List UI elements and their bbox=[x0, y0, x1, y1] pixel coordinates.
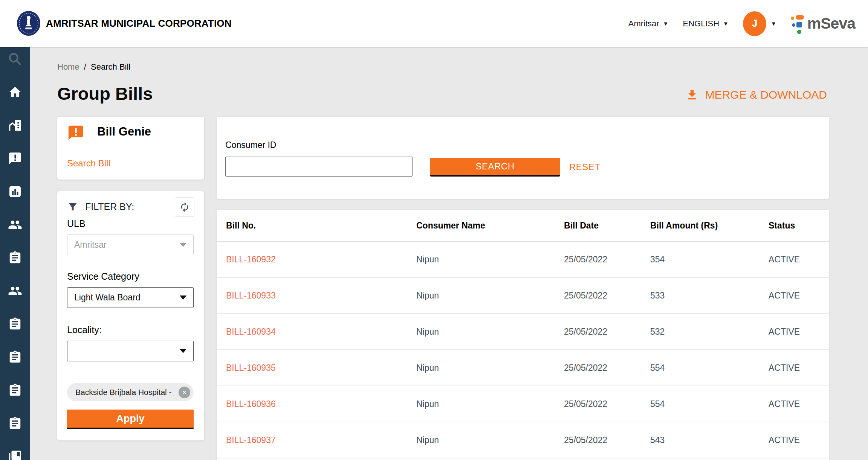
bill-date-cell: 25/05/2022 bbox=[564, 254, 650, 265]
consumer-name-cell: Nipun bbox=[416, 435, 564, 445]
table-header-row: Bill No. Consumer Name Bill Date Bill Am… bbox=[217, 210, 829, 242]
refresh-icon bbox=[179, 202, 190, 212]
table-row: BILL-160932 Nipun 25/05/2022 354 ACTIVE bbox=[217, 242, 829, 278]
col-header-consumer-name: Consumer Name bbox=[416, 221, 564, 231]
selected-locality-chip: Backside Brijbala Hospital - ✕ bbox=[67, 383, 194, 401]
people-icon bbox=[8, 284, 22, 298]
user-avatar[interactable]: J bbox=[743, 11, 766, 36]
search-button[interactable]: SEARCH bbox=[430, 158, 560, 177]
col-header-bill-date: Bill Date bbox=[564, 221, 650, 231]
sidebar-item-reports[interactable] bbox=[0, 184, 30, 199]
home-building-icon bbox=[8, 118, 22, 133]
breadcrumb-home-link[interactable]: Home bbox=[57, 62, 79, 72]
consumer-name-cell: Nipun bbox=[416, 399, 564, 409]
merge-download-label: MERGE & DOWNLOAD bbox=[705, 88, 827, 101]
consumer-name-cell: Nipun bbox=[416, 254, 564, 265]
consumer-name-cell: Nipun bbox=[416, 327, 564, 337]
top-header: AMRITSAR MUNICIPAL CORPORATION Amritsar … bbox=[0, 0, 868, 47]
bill-amount-cell: 354 bbox=[650, 254, 769, 265]
reset-link[interactable]: RESET bbox=[569, 162, 601, 172]
language-selector-label: ENGLISH bbox=[683, 19, 719, 29]
filter-panel: FILTER BY: ULB Amritsar Service Category… bbox=[57, 191, 204, 440]
clipboard-icon bbox=[8, 251, 22, 265]
merge-download-button[interactable]: MERGE & DOWNLOAD bbox=[686, 88, 827, 101]
home-icon bbox=[8, 85, 22, 99]
bill-amount-cell: 533 bbox=[650, 291, 769, 301]
clipboard-icon bbox=[8, 350, 22, 364]
bill-number-link[interactable]: BILL-160932 bbox=[226, 254, 276, 264]
filter-title: FILTER BY: bbox=[85, 201, 134, 212]
apply-button[interactable]: Apply bbox=[67, 410, 194, 429]
sidebar-item-bookmarks[interactable] bbox=[0, 449, 30, 460]
main-content: Home / Search Bill Group Bills MERGE & D… bbox=[30, 47, 868, 460]
mseva-dots-icon bbox=[791, 14, 804, 34]
sidebar-item-tasks[interactable] bbox=[0, 251, 30, 265]
chevron-down-icon: ▼ bbox=[663, 20, 669, 27]
bill-number-link[interactable]: BILL-160937 bbox=[226, 435, 276, 445]
consumer-id-label: Consumer ID bbox=[225, 140, 276, 150]
bar-chart-icon bbox=[8, 184, 22, 199]
status-cell: ACTIVE bbox=[769, 363, 829, 373]
chevron-down-icon bbox=[180, 295, 186, 300]
sidebar-item-bills[interactable] bbox=[0, 317, 30, 331]
sidebar-item-property[interactable] bbox=[0, 118, 30, 133]
bill-number-link[interactable]: BILL-160936 bbox=[226, 399, 276, 409]
status-cell: ACTIVE bbox=[769, 399, 829, 409]
sidebar-item-search[interactable] bbox=[0, 51, 30, 67]
ulb-select[interactable]: Amritsar bbox=[67, 235, 194, 255]
bill-genie-title: Bill Genie bbox=[97, 125, 151, 139]
bills-table: Bill No. Consumer Name Bill Date Bill Am… bbox=[217, 210, 829, 460]
refresh-filters-button[interactable] bbox=[175, 197, 194, 217]
page-title: Group Bills bbox=[57, 83, 153, 104]
chip-remove-button[interactable]: ✕ bbox=[179, 387, 190, 398]
consumer-id-input[interactable] bbox=[225, 157, 413, 177]
language-selector[interactable]: ENGLISH ▼ bbox=[683, 19, 728, 29]
breadcrumb: Home / Search Bill bbox=[57, 62, 130, 72]
bill-date-cell: 25/05/2022 bbox=[564, 435, 650, 445]
search-bill-link[interactable]: Search Bill bbox=[67, 158, 110, 169]
col-header-status: Status bbox=[769, 221, 829, 231]
sidebar-item-groups[interactable] bbox=[0, 284, 30, 298]
bill-amount-cell: 554 bbox=[650, 363, 769, 373]
chip-label: Backside Brijbala Hospital - bbox=[75, 388, 172, 397]
service-category-value: Light Wala Board bbox=[74, 292, 141, 303]
consumer-search-panel: Consumer ID SEARCH RESET bbox=[217, 117, 829, 199]
breadcrumb-separator: / bbox=[84, 62, 86, 72]
col-header-bill-no: Bill No. bbox=[226, 221, 416, 231]
table-row: BILL-160937 Nipun 25/05/2022 543 ACTIVE bbox=[217, 422, 829, 458]
city-selector[interactable]: Amritsar ▼ bbox=[628, 19, 669, 29]
sidebar-item-home[interactable] bbox=[0, 85, 30, 99]
ulb-select-value: Amritsar bbox=[74, 240, 107, 250]
bill-date-cell: 25/05/2022 bbox=[564, 399, 650, 409]
consumer-name-cell: Nipun bbox=[416, 291, 564, 301]
sidebar-item-records[interactable] bbox=[0, 416, 30, 431]
bill-number-link[interactable]: BILL-160933 bbox=[226, 291, 276, 300]
table-row: BILL-160934 Nipun 25/05/2022 532 ACTIVE bbox=[217, 314, 829, 350]
table-row: BILL-160936 Nipun 25/05/2022 554 ACTIVE bbox=[217, 386, 829, 422]
clipboard-icon bbox=[8, 317, 22, 331]
bill-number-link[interactable]: BILL-160934 bbox=[226, 327, 276, 337]
bill-amount-cell: 554 bbox=[650, 399, 769, 409]
chevron-down-icon bbox=[180, 349, 186, 353]
bill-date-cell: 25/05/2022 bbox=[564, 291, 650, 301]
col-header-bill-amount: Bill Amount (Rs) bbox=[650, 221, 769, 231]
sidebar-item-users[interactable] bbox=[0, 218, 30, 232]
breadcrumb-current: Search Bill bbox=[91, 62, 130, 72]
sidebar-item-receipts[interactable] bbox=[0, 350, 30, 364]
locality-label: Locality: bbox=[67, 324, 102, 335]
clipboard-icon bbox=[8, 383, 22, 398]
locality-select[interactable] bbox=[67, 341, 194, 361]
bill-amount-cell: 532 bbox=[650, 327, 769, 337]
bill-date-cell: 25/05/2022 bbox=[564, 363, 650, 373]
app-screen: AMRITSAR MUNICIPAL CORPORATION Amritsar … bbox=[0, 0, 868, 460]
service-category-select[interactable]: Light Wala Board bbox=[67, 287, 194, 308]
service-category-label: Service Category bbox=[67, 271, 139, 282]
user-menu-chevron-icon[interactable]: ▼ bbox=[771, 20, 776, 27]
chevron-down-icon: ▼ bbox=[723, 20, 729, 27]
status-cell: ACTIVE bbox=[769, 254, 829, 265]
bill-number-link[interactable]: BILL-160935 bbox=[226, 363, 276, 373]
org-title: AMRITSAR MUNICIPAL CORPORATION bbox=[46, 0, 232, 47]
status-cell: ACTIVE bbox=[769, 327, 829, 337]
sidebar-item-services[interactable] bbox=[0, 383, 30, 398]
sidebar-item-complaints[interactable] bbox=[0, 151, 30, 166]
